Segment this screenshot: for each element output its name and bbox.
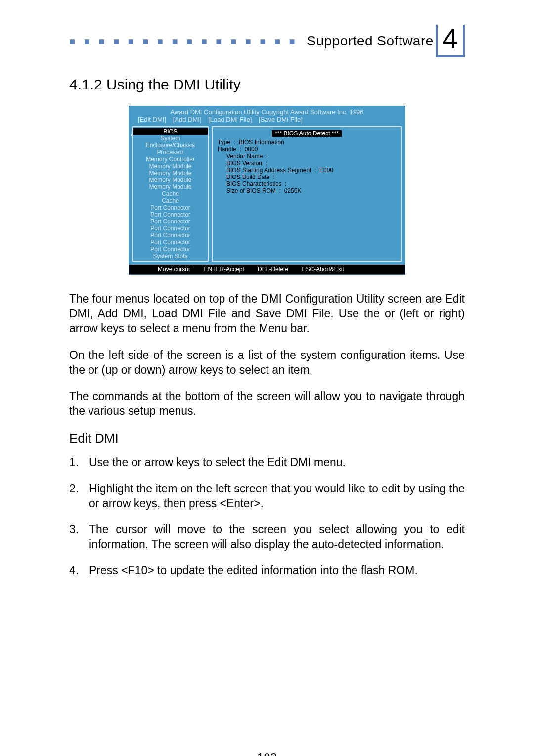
dmi-info-line: BIOS Build Date : — [218, 174, 396, 180]
dmi-info-line: Vendor Name : — [218, 153, 396, 160]
dmi-left-item: Memory Module — [133, 163, 208, 170]
dmi-auto-detect-header: *** BIOS Auto Detect *** — [218, 130, 396, 137]
header-dots: ■ ■ ■ ■ ■ ■ ■ ■ ■ ■ ■ ■ ■ ■ ■ ■ ■ ■ ■ ■ … — [69, 36, 302, 47]
dmi-left-item: System Slots — [133, 253, 208, 260]
dmi-left-item: Memory Module — [133, 183, 208, 190]
dmi-left-item: Memory Module — [133, 170, 208, 177]
dmi-left-item: Port Connector — [133, 232, 208, 239]
paragraph: The four menus located on top of the DMI… — [69, 292, 465, 336]
cmd-move-cursor: Move cursor — [158, 266, 190, 273]
subsection-heading: Edit DMI — [69, 431, 465, 446]
step-item: 1.Use the or arrow keys to select the Ed… — [69, 455, 465, 470]
dmi-left-item: Cache — [133, 190, 208, 197]
dmi-left-item: Port Connector — [133, 218, 208, 225]
edit-dmi-steps: 1.Use the or arrow keys to select the Ed… — [69, 455, 465, 578]
dmi-left-item: Cache — [133, 197, 208, 204]
dmi-menu-bar: [Edit DMI] [Add DMI] [Load DMI File] [Sa… — [129, 116, 405, 125]
dmi-left-item: Processor — [133, 149, 208, 156]
dmi-left-item: Port Connector — [133, 246, 208, 253]
dmi-left-item: Enclosure/Chassis — [133, 142, 208, 149]
dmi-info-line: Handle : 0000 — [218, 146, 396, 153]
section-title: 4.1.2 Using the DMI Utility — [69, 76, 465, 93]
dmi-left-item: Port Connector — [133, 225, 208, 232]
step-item: 2.Highlight the item on the left screen … — [69, 481, 465, 511]
dmi-left-item: Memory Module — [133, 177, 208, 183]
paragraph: On the left side of the screen is a list… — [69, 348, 465, 378]
dmi-left-item: Port Connector — [133, 211, 208, 218]
step-text: Use the or arrow keys to select the Edit… — [89, 456, 346, 469]
step-number: 3. — [69, 522, 79, 536]
running-header: ■ ■ ■ ■ ■ ■ ■ ■ ■ ■ ■ ■ ■ ■ ■ ■ ■ ■ ■ ■ … — [69, 25, 465, 57]
page-number: 103 — [69, 751, 465, 756]
dmi-menu-save: [Save DMI File] — [259, 116, 303, 123]
dmi-right-panel: *** BIOS Auto Detect *** Type : BIOS Inf… — [212, 126, 402, 262]
step-number: 1. — [69, 455, 79, 470]
dmi-info-line: Size of BIOS ROM : 0256K — [218, 187, 396, 194]
dmi-left-item: BIOS — [133, 128, 208, 135]
step-number: 4. — [69, 563, 79, 578]
cmd-enter-accept: ENTER-Accept — [204, 266, 244, 273]
dmi-menu-edit: [Edit DMI] — [138, 116, 166, 123]
cmd-del-delete: DEL-Delete — [258, 266, 288, 273]
dmi-info-line: BIOS Starting Address Segment : E000 — [218, 167, 396, 174]
step-number: 2. — [69, 481, 79, 496]
header-label: Supported Software — [302, 33, 436, 49]
scroll-marker-icon: ↕■ — [131, 128, 134, 137]
dmi-auto-detect-label: *** BIOS Auto Detect *** — [272, 130, 342, 137]
dmi-info-line: Type : BIOS Information — [218, 139, 396, 146]
step-text: Press <F10> to update the edited informa… — [89, 564, 418, 577]
dmi-left-item: Memory Controller — [133, 156, 208, 163]
paragraph: The commands at the bottom of the screen… — [69, 389, 465, 419]
dmi-left-item: Port Connector — [133, 239, 208, 246]
cmd-esc-abort: ESC-Abort&Exit — [302, 266, 344, 273]
dmi-left-item: System — [133, 135, 208, 142]
dmi-title-line: Award DMI Configuration Utility Copyrigh… — [129, 106, 405, 116]
dmi-utility-screenshot: Award DMI Configuration Utility Copyrigh… — [129, 106, 405, 275]
step-text: Highlight the item on the left screen th… — [89, 482, 465, 510]
dmi-menu-add: [Add DMI] — [173, 116, 202, 123]
dmi-left-list: ↕■ BIOS System Enclosure/Chassis Process… — [132, 126, 209, 262]
step-item: 4.Press <F10> to update the edited infor… — [69, 563, 465, 578]
dmi-bottom-commands: Move cursor ENTER-Accept DEL-Delete ESC-… — [129, 265, 405, 274]
dmi-body: ↕■ BIOS System Enclosure/Chassis Process… — [129, 125, 405, 265]
dmi-menu-load: [Load DMI File] — [208, 116, 252, 123]
step-text: The cursor will move to the screen you s… — [89, 523, 465, 550]
page-container: ■ ■ ■ ■ ■ ■ ■ ■ ■ ■ ■ ■ ■ ■ ■ ■ ■ ■ ■ ■ … — [0, 0, 534, 756]
step-item: 3.The cursor will move to the screen you… — [69, 522, 465, 552]
dmi-info-line: BIOS Version : — [218, 160, 396, 167]
dmi-info-line: BIOS Characteristics : — [218, 180, 396, 187]
chapter-number-box: 4 — [436, 25, 465, 57]
dmi-left-item: Port Connector — [133, 204, 208, 211]
